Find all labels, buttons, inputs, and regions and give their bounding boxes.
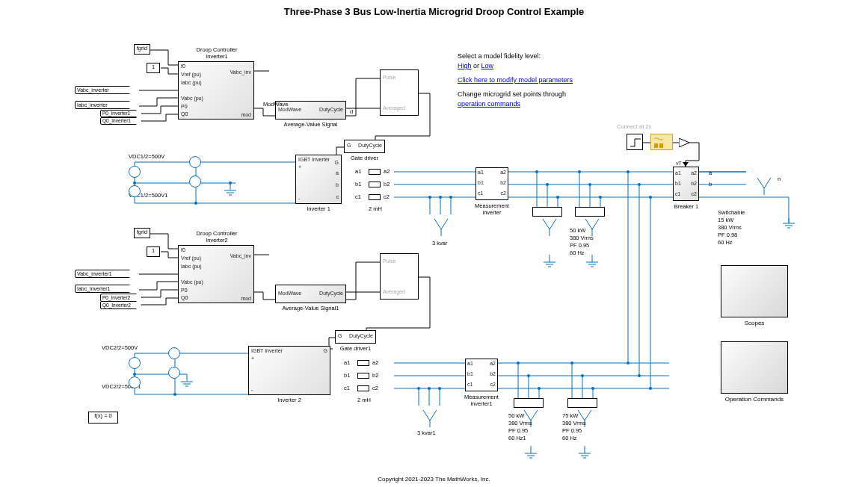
breaker-1[interactable]: vT a1a2 b1b2 c1c2 [673,167,699,201]
inductor-a1-bot[interactable] [357,360,369,366]
tag-vabc-inverter[interactable]: Vabc_inverter [75,86,138,94]
dc-cap-2a[interactable] [129,357,141,369]
droop-controller-2[interactable]: f0 Vref (pu) Iabc (pu) Vabc (pu) P0 Q0 V… [178,245,254,303]
gain-triangle[interactable] [679,138,691,147]
3kvar-label: 3 kvar [432,240,447,246]
opcmd-label: Operation Commands [709,396,800,403]
modwave-signal-label: ModWave [263,101,288,108]
2mh-label-top: 2 mH [360,205,390,212]
fgrid-block-1[interactable]: fgrid [134,44,150,55]
gate-driver1-label: Gate driver1 [335,345,376,352]
svg-point-15 [638,183,641,186]
meas-inv-label: Measurementinverter [470,202,514,216]
svg-point-38 [428,196,431,199]
connect-2s-label: Connect at 2s [617,123,651,130]
load-50kw-bot-conn[interactable] [514,398,544,408]
svg-point-39 [439,196,442,199]
droop-controller-1[interactable]: f0 Vref (pu) Iabc (pu) Vabc (pu) P0 Q0 V… [178,61,254,120]
gate-driver-2[interactable]: G DutyCycle [335,330,376,344]
step-block[interactable] [627,134,643,150]
svg-point-14 [627,170,630,173]
copyright: Copyright 2021-2023 The MathWorks, Inc. [0,476,868,483]
2mh-label-bot: 2 mH [349,397,379,403]
variant-switch-2[interactable]: Pulse Averaged [380,253,419,300]
svg-rect-116 [654,143,658,148]
svg-point-28 [556,196,559,199]
svg-point-61 [438,387,441,390]
switchable-load-label: Switchable 15 kW 380 Vrms PF 0.98 60 Hz [718,209,745,246]
load-50kw-top-conn2[interactable] [575,207,605,217]
constant-one-1[interactable]: 1 [147,63,160,73]
link-high[interactable]: High [458,62,472,69]
svg-point-27 [546,183,549,186]
load-75kw-label: 75 kW380 VrmsPF 0.9560 Hz [562,412,586,442]
inductor-a1-top[interactable] [369,169,381,175]
avg2-label: Average-Value Signal1 [275,305,346,311]
converter-block[interactable] [650,134,673,150]
avg1-label: Average-Value Signal [275,121,346,128]
avg-value-signal-2[interactable]: ModWave DutyCycle [275,285,346,303]
gate-driver-1[interactable]: G DutyCycle [344,140,385,153]
dc-source-2b[interactable] [168,367,180,379]
dc-cap-2b[interactable] [129,376,141,388]
tag-iabc-inverter1[interactable]: Iabc_inverter1 [75,285,138,293]
svg-point-26 [535,170,538,173]
svg-marker-118 [679,138,689,147]
svg-point-47 [517,362,520,365]
svg-point-55 [591,387,594,390]
dc-cap-1b[interactable] [129,185,141,197]
svg-point-17 [627,362,630,365]
tag-q0-inverter2[interactable]: Q0_Inverter2 [100,301,142,309]
load-75kw-bot-conn[interactable] [567,398,597,408]
inverter2-label: Inverter 2 [248,397,330,403]
tag-iabc-inverter[interactable]: Iabc_inverter [75,101,138,109]
svg-point-18 [638,374,641,377]
svg-point-49 [538,387,541,390]
igbt-inverter-1[interactable]: IGBT Inverter G a b c + - [295,155,342,204]
svg-point-40 [449,196,452,199]
measurement-inverter[interactable]: a1a2 b1b2 c1c2 [475,167,508,200]
load-50kw-1-label: 50 kW380 VrmsPF 0.9560 Hz1 [508,412,532,442]
scopes-subsystem[interactable] [721,265,788,317]
inductor-b1-top[interactable] [369,182,381,187]
vdc1a-label: VDC1/2=500V [129,153,164,160]
variant-switch-1[interactable]: Pulse Averaged [380,69,419,116]
inductor-c1-top[interactable] [369,194,381,200]
svg-point-60 [428,387,431,390]
svg-point-19 [649,387,652,390]
inductor-c1-bot[interactable] [357,385,369,391]
droop2-label: Droop ControllerInverter2 [179,230,254,244]
info-text: Select a model fidelity level: High or L… [458,52,622,109]
link-operation-commands[interactable]: operation commands [458,100,520,108]
svg-point-53 [570,362,573,365]
operation-commands-subsystem[interactable] [721,341,788,394]
measurement-inverter1[interactable]: a1a2 b1b2 c1c2 [465,359,498,391]
droop1-label: Droop ControllerInverter1 [179,46,254,60]
load-50kw-top-conn[interactable] [532,207,562,217]
meas-inv1-label: Measurementinverter1 [459,394,504,407]
link-low[interactable]: Low [481,62,494,69]
tag-vabc-inverter1[interactable]: Vabc_inverter1 [75,270,138,278]
svg-point-33 [588,183,591,186]
svg-point-34 [599,196,602,199]
page-title: Three-Phase 3 Bus Low-Inertia Microgrid … [0,6,868,17]
svg-rect-117 [659,143,663,148]
dc-source-1a[interactable] [189,156,201,168]
diagram-canvas: Select a model fidelity level: High or L… [0,20,868,483]
svg-point-32 [578,170,581,173]
link-modify-params[interactable]: Click here to modify model parameters [458,76,573,84]
solver-block[interactable]: f(x) = 0 [88,412,118,424]
constant-one-2[interactable]: 1 [147,246,160,257]
dc-source-2a[interactable] [168,347,180,359]
svg-point-54 [581,374,584,377]
dc-cap-1a[interactable] [129,166,141,178]
igbt-inverter-2[interactable]: IGBT Inverter G + - [248,346,330,395]
dc-source-1b[interactable] [189,176,201,187]
tag-p0-inverter1[interactable]: P0_Inverter1 [100,110,142,117]
inverter1-label: Inverter 1 [295,205,342,212]
3kvar1-label: 3 kvar1 [417,429,436,436]
tag-p0-inverter2[interactable]: P0_Inverter2 [100,294,142,302]
fgrid-block-2[interactable]: fgrid [134,228,150,238]
inductor-b1-bot[interactable] [357,373,369,379]
tag-q0-inverter1[interactable]: Q0_Inverter1 [100,117,142,125]
